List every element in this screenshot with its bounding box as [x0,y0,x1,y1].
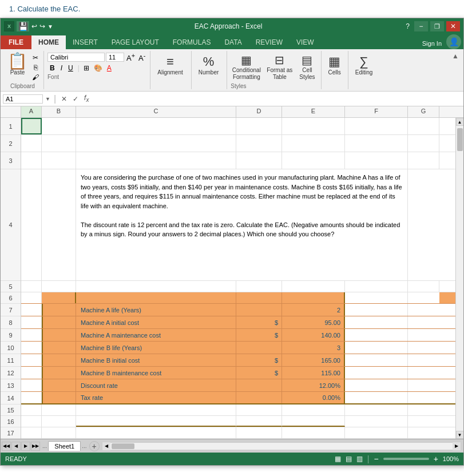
cell-E17[interactable] [282,427,345,438]
scroll-thumb-v[interactable] [457,128,463,151]
cell-A14[interactable] [21,392,42,403]
font-name-input[interactable] [47,53,105,62]
cell-F3[interactable] [345,152,408,169]
cell-F13[interactable] [345,379,408,391]
cell-A11[interactable] [21,354,42,366]
font-size-input[interactable] [106,53,124,62]
cell-D16[interactable] [236,416,282,427]
row-header-2[interactable]: 2 [1,135,21,152]
normal-view-button[interactable]: ▦ [335,455,341,463]
vertical-scrollbar[interactable]: ▲ ▼ [455,118,463,439]
scroll-left-button[interactable]: ◀ [102,442,110,450]
row-header-8[interactable]: 8 [1,316,21,329]
cell-B4[interactable] [42,169,76,280]
zoom-out-button[interactable]: − [374,454,378,463]
cell-C8[interactable]: Machine A initial cost [76,316,236,328]
cell-D1[interactable] [236,118,282,134]
cell-B2[interactable] [42,135,76,152]
cell-F11[interactable] [345,354,408,366]
cell-E16[interactable] [282,416,345,427]
format-painter-button[interactable]: 🖌 [31,73,40,82]
page-layout-view-button[interactable]: ▤ [346,455,352,463]
cell-C13[interactable]: Discount rate [76,379,236,391]
name-box[interactable] [3,94,43,104]
cell-G15[interactable] [408,404,439,415]
cell-G9[interactable] [408,329,439,341]
cell-D8[interactable]: $ [236,316,282,328]
row-header-16[interactable]: 16 [1,416,21,427]
help-button[interactable]: ? [403,22,412,30]
cell-C16[interactable] [76,416,236,427]
font-size-increase-button[interactable]: A+ [125,52,136,62]
cell-F12[interactable] [345,367,408,379]
close-button[interactable]: ✕ [446,21,460,31]
cell-B16[interactable] [42,416,76,427]
sheet-tab-sheet1[interactable]: Sheet1 [48,441,81,451]
cell-F16[interactable] [345,416,408,427]
tab-data[interactable]: DATA [217,35,248,49]
cell-B7[interactable] [42,304,76,316]
cell-C4-merged[interactable]: You are considering the purchase of one … [76,169,408,280]
cell-B8[interactable] [42,316,76,328]
fill-color-button[interactable]: 🎨 [92,64,104,73]
cell-F17[interactable] [345,427,408,438]
cell-A13[interactable] [21,379,42,391]
tab-review[interactable]: REVIEW [249,35,289,49]
cell-E9[interactable]: 140.00 [282,329,345,341]
cell-E5[interactable] [282,281,345,292]
col-header-D[interactable]: D [236,106,282,117]
cell-B3[interactable] [42,152,76,169]
insert-function-button[interactable]: fx [82,94,90,103]
cell-G17[interactable] [408,427,439,438]
cell-C14[interactable]: Tax rate [76,392,236,403]
confirm-formula-button[interactable]: ✓ [71,95,80,103]
cell-D3[interactable] [236,152,282,169]
cell-B9[interactable] [42,329,76,341]
editing-button[interactable]: ∑ Editing [352,52,376,89]
undo-button[interactable]: ↩ [31,22,37,30]
cell-E7[interactable]: 2 [282,304,345,316]
format-as-table-button[interactable]: ⊟ Format as Table [264,52,295,82]
cell-D9[interactable]: $ [236,329,282,341]
cell-G10[interactable] [408,342,439,354]
save-button[interactable]: 💾 [17,21,29,31]
cell-C17[interactable] [76,427,236,438]
cancel-formula-button[interactable]: ✕ [60,95,69,103]
cell-C11[interactable]: Machine B initial cost [76,354,236,366]
tab-formulas[interactable]: FORMULAS [166,35,218,49]
cell-F2[interactable] [345,135,408,152]
row-header-15[interactable]: 15 [1,404,21,416]
cell-E13[interactable]: 12.00% [282,379,345,391]
cell-G16[interactable] [408,416,439,427]
sign-in-button[interactable]: Sign In [418,38,446,49]
cell-G5[interactable] [408,281,439,292]
cell-E10[interactable]: 3 [282,342,345,354]
cell-D15[interactable] [236,404,282,415]
cell-A1[interactable] [21,118,42,134]
cell-A8[interactable] [21,316,42,328]
tab-view[interactable]: VIEW [289,35,321,49]
cell-F8[interactable] [345,316,408,328]
cell-B13[interactable] [42,379,76,391]
cell-D11[interactable]: $ [236,354,282,366]
cell-F10[interactable] [345,342,408,354]
alignment-button[interactable]: ≡ Alignment [154,52,186,78]
cell-C7[interactable]: Machine A life (Years) [76,304,236,316]
cell-G7[interactable] [408,304,439,316]
zoom-slider[interactable] [383,458,429,460]
cut-button[interactable]: ✂ [31,53,40,62]
cell-B10[interactable] [42,342,76,354]
paste-button[interactable]: 📋 Paste [5,52,30,77]
cell-F6[interactable] [345,292,408,303]
cell-F15[interactable] [345,404,408,415]
row-header-10[interactable]: 10 [1,342,21,354]
cell-F14[interactable] [345,392,408,403]
cell-D14[interactable] [236,392,282,403]
formula-input[interactable] [93,95,461,103]
scroll-down-button[interactable]: ▼ [456,431,464,439]
col-header-B[interactable]: B [42,106,76,117]
file-tab[interactable]: FILE [1,35,31,49]
row-header-12[interactable]: 12 [1,367,21,379]
cell-B11[interactable] [42,354,76,366]
underline-button[interactable]: U [66,64,76,73]
